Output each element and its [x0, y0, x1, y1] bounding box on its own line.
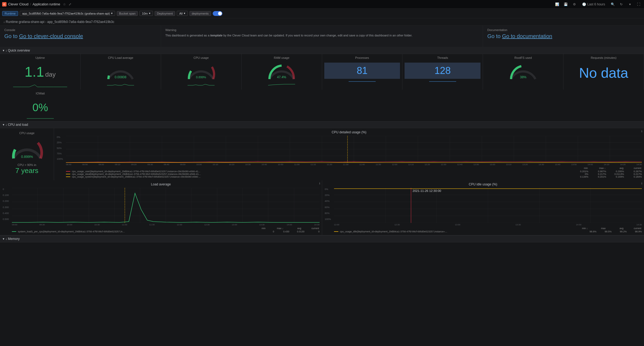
- cpu-threshold-label: CPU > 90% in: [18, 163, 36, 167]
- uptime-value: 1.1: [25, 64, 44, 80]
- cpu-idle-chart-area: 100%80%60%40%20%0%: [324, 188, 642, 226]
- save-icon[interactable]: 💾: [563, 1, 569, 8]
- info-icon-cpu[interactable]: ℹ: [641, 130, 642, 133]
- memory-section-header: ▾ ↓ Memory: [0, 236, 644, 242]
- load-legend-label: system_load1_per_cpu{deployment_id=deplo…: [18, 230, 126, 233]
- legend-label-1: cpu_usage_user{deployment_id=deployment_…: [72, 170, 234, 173]
- ram-usage-gauge: 47.4%: [265, 62, 298, 80]
- legend-stats-1: 0.201% 0.987% 0.295% 0.267%: [575, 170, 642, 173]
- zoom-out-icon[interactable]: 🔍: [609, 1, 616, 8]
- documentation-panel: Documentation Go to Go to documentation: [483, 26, 644, 47]
- legend-min-header: min: [574, 167, 588, 169]
- cpu-detailed-title: CPU detailed usage (%): [56, 130, 642, 134]
- cpu-gauge-side-panel: CPU usage 0.899% CPU > 90% in 7 years: [0, 128, 54, 180]
- threads-bar: 128: [405, 63, 481, 79]
- legend-label-3: cpu_usage_system{deployment_id=deploymen…: [72, 175, 234, 178]
- cpu-usage-gauge: 0.899%: [185, 62, 217, 80]
- cpu-load-avg-panel: CPU Load average 0.00808: [81, 54, 161, 90]
- cpu-detailed-svg: [66, 136, 642, 163]
- rootfs-gauge: 38%: [507, 62, 539, 80]
- breadcrumb-sep: /: [30, 2, 31, 6]
- toolbar: Runtime app_5cd85fb0-7a6a-4abb-9ea7-f762…: [0, 9, 644, 18]
- top-bar: C Clever Cloud / Application runtime ☆ ⤢…: [0, 0, 644, 9]
- console-title: Console: [4, 28, 156, 32]
- load-legend-header: min max ↓ avg current: [12, 227, 319, 230]
- runtime-tab[interactable]: Runtime: [2, 11, 18, 16]
- legend-max-header: max ↓: [592, 167, 606, 169]
- cpu-threshold-value: 7 years: [15, 167, 38, 175]
- idle-y-labels: 100%80%60%40%20%0%: [324, 188, 334, 221]
- threads-value: 128: [435, 65, 451, 76]
- uptime-sparkline: [2, 82, 78, 87]
- brand-logo: C: [2, 2, 6, 6]
- legend-avg-header: avg: [610, 167, 623, 169]
- ram-usage-panel: RAM usage 47.4%: [242, 54, 322, 90]
- load-legend-stats: 0 0.430 0.0130 0: [263, 230, 320, 233]
- legend-row-3: cpu_usage_system{deployment_id=deploymen…: [66, 175, 642, 178]
- load-legend: min max ↓ avg current system_load1_per_c…: [12, 227, 320, 233]
- cpu-idle-title: CPU idle usage (%): [324, 182, 642, 186]
- uptime-title: Uptime: [2, 56, 78, 59]
- quick-overview-grid: Uptime 1.1 day CPU Load average 0.00808 …: [0, 54, 644, 121]
- bucket-span-selector[interactable]: 10m ▾: [139, 11, 153, 16]
- processes-panel: Processes 81: [322, 54, 403, 90]
- console-link[interactable]: Go to Go to clever-cloud console: [4, 33, 156, 39]
- load-average-chart-area: 0.5000.4000.3000.2000.1000: [2, 188, 320, 226]
- iowait-panel: IOWait 0%: [0, 90, 81, 121]
- load-y-labels: 0.5000.4000.3000.2000.1000: [2, 188, 12, 221]
- idle-legend-row: cpu_usage_idle{deployment_id=deployment_…: [334, 230, 642, 233]
- settings-icon[interactable]: ⚙: [571, 1, 578, 8]
- app-id-label: app_5cd85fb0-7a6a-4abb-9ea7-f762ae419b3c…: [22, 12, 110, 15]
- load-average-svg: [12, 188, 320, 223]
- documentation-link-text[interactable]: Go to documentation: [502, 33, 552, 39]
- cpu-load-sparkline: [107, 80, 134, 86]
- cpu-time-axis: 08:4008:5009:0009:1009:2009:30 09:4009:5…: [66, 163, 642, 166]
- threads-panel: Threads 128: [402, 54, 483, 90]
- clock-icon: 🕐: [582, 2, 586, 6]
- bucket-span-value: 10m: [142, 12, 148, 15]
- deployments-toggle[interactable]: [213, 11, 222, 16]
- legend-stats-3: 0.134% 0.201% 0.169% 0.184%: [575, 175, 642, 178]
- documentation-link[interactable]: Go to Go to documentation: [487, 33, 640, 39]
- chart-icon[interactable]: 📊: [554, 1, 560, 8]
- time-range-button[interactable]: 🕐 Last 6 hours: [580, 1, 607, 8]
- deployment-all-selector[interactable]: All ▾: [177, 11, 188, 16]
- cpu-legend: min max ↓ avg current cpu_usage_user{dep…: [66, 167, 642, 178]
- legend-color-2: [66, 174, 70, 174]
- cpu-idle-svg: 2021-11-26 12:30:00: [334, 188, 642, 223]
- legend-color-3: [66, 177, 70, 177]
- all-label: All: [179, 12, 182, 15]
- memory-toggle-icon[interactable]: ▾: [3, 237, 4, 241]
- quick-overview-toggle-icon[interactable]: ▾: [3, 49, 4, 52]
- idle-legend: min ↓ max avg current cpu_usage_idle{dep…: [334, 227, 642, 233]
- rootfs-panel: RootFS used 38%: [483, 54, 563, 90]
- console-link-text[interactable]: Go to clever-cloud console: [19, 33, 83, 39]
- cpu-idle-panel: ℹ CPU idle usage (%) 100%80%60%40%20%0%: [322, 180, 644, 235]
- top-bar-left: C Clever Cloud / Application runtime ☆ ⤢: [2, 2, 552, 6]
- cpu-y-labels: 100%75%50%25%0%: [56, 136, 66, 160]
- info-icon-load[interactable]: ℹ: [319, 182, 320, 185]
- rootfs-title: RootFS used: [485, 56, 561, 59]
- chevron-down-icon[interactable]: ▾: [627, 1, 633, 8]
- cpu-usage-title: CPU usage: [163, 56, 239, 59]
- cpu-load-section: CPU usage 0.899% CPU > 90% in 7 years ℹ …: [0, 128, 644, 236]
- share-icon[interactable]: ⤢: [69, 2, 71, 6]
- warning-text: This dashboard is generated as a templat…: [165, 33, 479, 38]
- load-average-panel: ℹ Load average 0.5000.4000.3000.2000.100…: [0, 180, 322, 235]
- app-selector[interactable]: app_5cd85fb0-7a6a-4abb-9ea7-f762ae419b3c…: [20, 11, 115, 16]
- legend-color-1: [66, 171, 70, 172]
- fullscreen-icon[interactable]: ⛶: [635, 1, 642, 8]
- load-time-axis: 09:0009:3010:0010:3011:0011:30 12:0012:3…: [12, 223, 320, 226]
- refresh-icon[interactable]: ↻: [618, 1, 625, 8]
- deployments-toggle-wrap: [213, 11, 222, 16]
- info-icon-idle[interactable]: ℹ: [641, 182, 642, 185]
- ram-usage-title: RAM usage: [244, 56, 320, 59]
- cpu-gauge-side-title: CPU usage: [3, 131, 51, 135]
- cpu-usage-panel: CPU usage 0.899%: [161, 54, 242, 90]
- quick-overview-header: ▾ ↓ Quick overview: [0, 47, 644, 54]
- cpu-load-toggle-icon[interactable]: ▾: [3, 123, 4, 127]
- load-legend-row: system_load1_per_cpu{deployment_id=deplo…: [12, 230, 320, 233]
- uptime-unit: day: [45, 71, 56, 78]
- star-icon[interactable]: ☆: [63, 2, 66, 6]
- legend-current-header: current: [628, 167, 641, 169]
